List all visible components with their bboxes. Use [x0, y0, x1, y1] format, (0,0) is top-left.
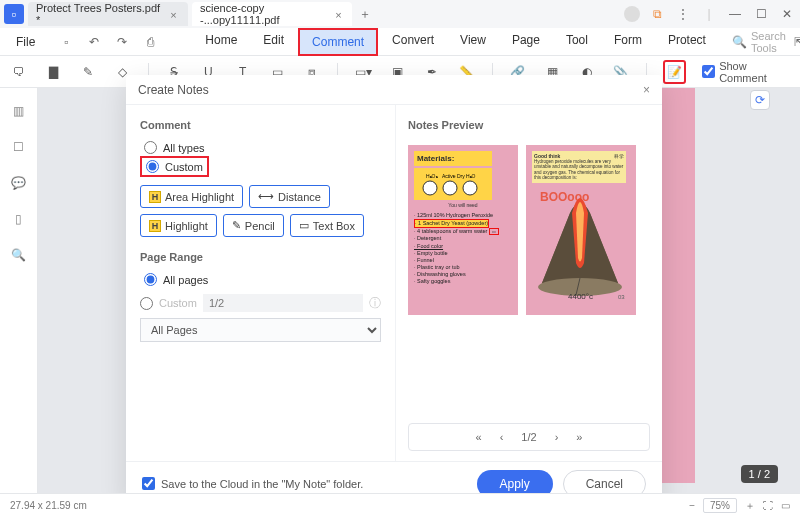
radio-custom-label: Custom — [165, 161, 203, 173]
pager-first-icon[interactable]: « — [476, 431, 482, 443]
materials-illustration: H₂O₂Active DryH₂O — [414, 168, 492, 200]
chip-highlight[interactable]: HHighlight — [140, 214, 217, 237]
minimize-icon[interactable]: — — [726, 5, 744, 23]
svg-text:H₂O₂: H₂O₂ — [426, 173, 438, 179]
thumbnails-icon[interactable]: ▥ — [10, 102, 28, 120]
radio-all-types[interactable]: All types — [140, 139, 381, 156]
radio-all-pages-input[interactable] — [144, 273, 157, 286]
app-icon: ▫ — [4, 4, 24, 24]
new-tab-icon[interactable]: ＋ — [356, 5, 374, 23]
search-panel-icon[interactable]: 🔍 — [10, 246, 28, 264]
preview-page-2: Good think科学 Hydrogen peroxide molecules… — [526, 145, 636, 315]
radio-custom-pages-input[interactable] — [140, 297, 153, 310]
statusbar: 27.94 x 21.59 cm − 75% ＋ ⛶ ▭ — [0, 493, 800, 517]
volcano-illustration: BOOooo 4400°c 03 — [532, 183, 628, 303]
tab-edit[interactable]: Edit — [251, 28, 296, 56]
pencil-icon[interactable]: ✎ — [79, 62, 97, 82]
tab-science-copy[interactable]: science-copy -...opy11111.pdf × — [192, 2, 352, 26]
show-comment-label: Show Comment — [719, 60, 790, 84]
show-comment-toggle[interactable]: Show Comment — [702, 60, 790, 84]
search-icon: 🔍 — [732, 35, 747, 49]
chip-textbox[interactable]: ▭Text Box — [290, 214, 364, 237]
radio-custom-pages-label: Custom — [159, 297, 197, 309]
show-comment-checkbox[interactable] — [702, 65, 715, 78]
tab-page[interactable]: Page — [500, 28, 552, 56]
chip-distance[interactable]: ⟷Distance — [249, 185, 330, 208]
page-indicator: 1 / 2 — [741, 465, 778, 483]
layout-icon[interactable]: ▭ — [781, 500, 790, 511]
volcano-note-box: Good think科学 Hydrogen peroxide molecules… — [532, 151, 626, 183]
preview-page-1: Materials: H₂O₂Active DryH₂O You will ne… — [408, 145, 518, 315]
dialog-options: Comment All types Custom HArea Highlight… — [126, 105, 396, 461]
preview-title: Notes Preview — [408, 119, 650, 131]
svg-point-1 — [443, 181, 457, 195]
svg-text:H₂O: H₂O — [466, 173, 476, 179]
save-icon[interactable]: ▫ — [57, 33, 75, 51]
close-icon[interactable]: × — [170, 9, 180, 19]
close-window-icon[interactable]: ✕ — [778, 5, 796, 23]
close-icon[interactable]: × — [335, 9, 344, 19]
tab-protect[interactable]: Protect — [656, 28, 718, 56]
tab-label: Protect Trees Posters.pdf * — [36, 2, 164, 26]
notification-icon[interactable]: ⧉ — [648, 5, 666, 23]
tab-form[interactable]: Form — [602, 28, 654, 56]
tab-tool[interactable]: Tool — [554, 28, 600, 56]
radio-all-pages[interactable]: All pages — [140, 271, 381, 288]
svg-point-2 — [463, 181, 477, 195]
radio-custom-input[interactable] — [146, 160, 159, 173]
chip-area-highlight[interactable]: HArea Highlight — [140, 185, 243, 208]
custom-pages-field[interactable] — [203, 294, 363, 312]
pager-next-icon[interactable]: › — [555, 431, 559, 443]
comment-panel-icon[interactable]: 💬 — [10, 174, 28, 192]
attachment-panel-icon[interactable]: ▯ — [10, 210, 28, 228]
materials-list: · 125ml 10% Hydrogen Peroxide· 1 Sachet … — [414, 212, 512, 285]
page-edge — [659, 88, 695, 483]
menu-file[interactable]: File — [8, 31, 43, 53]
zoom-value[interactable]: 75% — [703, 498, 737, 513]
tab-view[interactable]: View — [448, 28, 498, 56]
tab-comment[interactable]: Comment — [298, 28, 378, 56]
redo-icon[interactable]: ↷ — [113, 33, 131, 51]
radio-all-types-input[interactable] — [144, 141, 157, 154]
highlight-icon[interactable]: ▇ — [44, 62, 62, 82]
divider: | — [700, 5, 718, 23]
comment-section-title: Comment — [140, 119, 381, 131]
tab-convert[interactable]: Convert — [380, 28, 446, 56]
radio-custom-pages[interactable]: Custom ⓘ — [140, 294, 381, 312]
pager-prev-icon[interactable]: ‹ — [500, 431, 504, 443]
search-placeholder: Search Tools — [751, 30, 786, 54]
help-float-icon[interactable]: ⟳ — [750, 90, 770, 110]
close-icon[interactable]: × — [643, 83, 650, 97]
undo-icon[interactable]: ↶ — [85, 33, 103, 51]
tab-label: science-copy -...opy11111.pdf — [200, 2, 329, 26]
external-icon[interactable]: ⇱ — [794, 33, 800, 51]
save-cloud-checkbox[interactable] — [142, 477, 155, 490]
create-notes-icon[interactable]: 📝 — [663, 60, 686, 84]
pages-dropdown[interactable]: All Pages — [140, 318, 381, 342]
materials-heading: Materials: — [414, 151, 492, 166]
chip-row: HArea Highlight ⟷Distance HHighlight ✎Pe… — [140, 185, 381, 237]
radio-custom[interactable]: Custom — [140, 156, 209, 177]
page-range-title: Page Range — [140, 251, 381, 263]
fit-icon[interactable]: ⛶ — [763, 500, 773, 511]
bookmark-icon[interactable]: ☐ — [10, 138, 28, 156]
save-cloud-toggle[interactable]: Save to the Cloud in the "My Note" folde… — [142, 477, 363, 490]
print-icon[interactable]: ⎙ — [141, 33, 159, 51]
chip-pencil[interactable]: ✎Pencil — [223, 214, 284, 237]
preview-pages: Materials: H₂O₂Active DryH₂O You will ne… — [408, 145, 650, 415]
zoom-controls: − 75% ＋ ⛶ ▭ — [689, 498, 790, 513]
note-icon[interactable]: 🗨 — [10, 62, 28, 82]
zoom-in-icon[interactable]: ＋ — [745, 499, 755, 513]
tab-protect-trees[interactable]: Protect Trees Posters.pdf * × — [28, 2, 188, 26]
avatar[interactable] — [624, 6, 640, 22]
tab-home[interactable]: Home — [193, 28, 249, 56]
search-tools[interactable]: 🔍 Search Tools — [732, 30, 786, 54]
maximize-icon[interactable]: ☐ — [752, 5, 770, 23]
quick-actions: ▫ ↶ ↷ ⎙ — [47, 33, 169, 51]
svg-point-0 — [423, 181, 437, 195]
pager-last-icon[interactable]: » — [576, 431, 582, 443]
menu-dots-icon[interactable]: ⋮ — [674, 5, 692, 23]
create-notes-dialog: Create Notes × Comment All types Custom … — [126, 75, 662, 505]
page-dimensions: 27.94 x 21.59 cm — [10, 500, 87, 511]
zoom-out-icon[interactable]: − — [689, 500, 695, 511]
